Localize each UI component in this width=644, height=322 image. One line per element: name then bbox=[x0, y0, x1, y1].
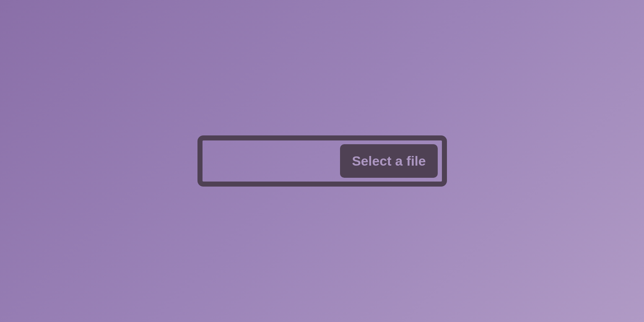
select-file-button[interactable]: Select a file bbox=[340, 144, 437, 178]
file-input-container[interactable]: Select a file bbox=[197, 135, 447, 187]
select-file-button-label: Select a file bbox=[352, 153, 426, 169]
